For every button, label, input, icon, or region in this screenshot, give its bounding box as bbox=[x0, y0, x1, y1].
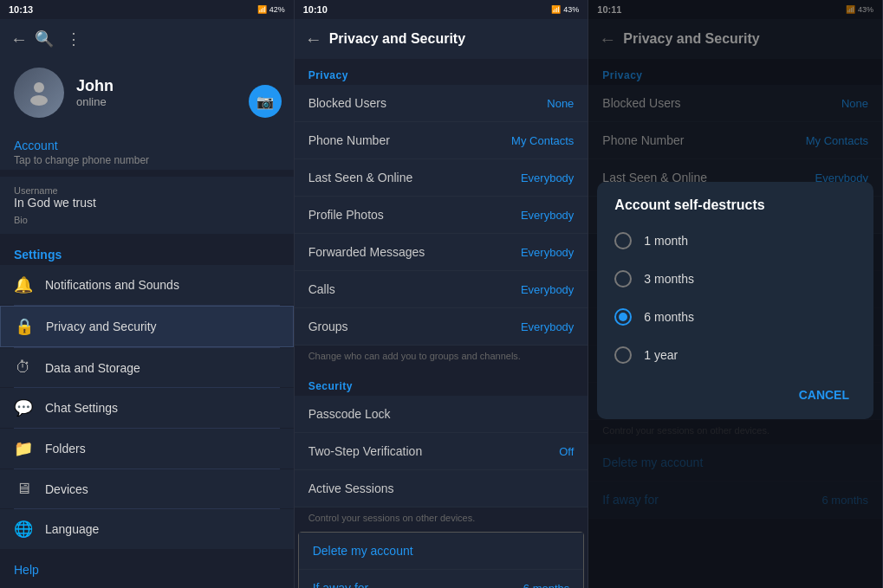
delete-account-label: Delete my account bbox=[313, 544, 413, 558]
delete-account-section: Delete my account If away for 6 months bbox=[298, 532, 585, 588]
signal-icon-1: 📶 bbox=[257, 5, 267, 14]
dialog-option-1year[interactable]: 1 year bbox=[597, 336, 873, 374]
account-self-destructs-dialog: Account self-destructs 1 month 3 months … bbox=[597, 182, 873, 419]
camera-button[interactable]: 📷 bbox=[249, 85, 282, 118]
radio-1month bbox=[614, 232, 632, 249]
sidebar-item-label-language: Language bbox=[45, 522, 99, 536]
dialog-option-label-1month: 1 month bbox=[644, 234, 688, 248]
avatar-image bbox=[14, 68, 64, 118]
avatar[interactable] bbox=[14, 68, 64, 118]
more-icon-1[interactable]: ⋮ bbox=[66, 29, 81, 48]
sidebar-item-label-privacy: Privacy and Security bbox=[46, 320, 157, 333]
battery-icon-1: 42% bbox=[269, 5, 285, 14]
panel-2: 10:10 📶 43% ← Privacy and Security Priva… bbox=[295, 0, 589, 588]
cancel-button[interactable]: CANCEL bbox=[789, 381, 860, 409]
two-step-value: Off bbox=[559, 445, 574, 458]
dialog-option-3months[interactable]: 3 months bbox=[597, 260, 873, 298]
row-two-step[interactable]: Two-Step Verification Off bbox=[295, 433, 588, 470]
profile-photos-value: Everybody bbox=[521, 209, 574, 222]
radio-1year bbox=[614, 346, 632, 364]
devices-icon: 🖥 bbox=[14, 480, 33, 498]
time-2: 10:10 bbox=[303, 4, 328, 15]
row-groups[interactable]: Groups Everybody bbox=[295, 308, 588, 346]
back-icon-1[interactable]: ← bbox=[10, 29, 28, 49]
row-blocked-users[interactable]: Blocked Users None bbox=[295, 85, 588, 122]
time-1: 10:13 bbox=[9, 4, 33, 15]
sidebar-item-chat[interactable]: 💬 Chat Settings bbox=[0, 388, 294, 428]
sidebar-item-label-devices: Devices bbox=[45, 482, 88, 496]
settings-scroll-2: Privacy Blocked Users None Phone Number … bbox=[295, 59, 588, 588]
panel-3: 10:11 📶 43% ← Privacy and Security Priva… bbox=[588, 0, 883, 588]
blocked-users-label: Blocked Users bbox=[308, 96, 386, 110]
user-info: John online bbox=[76, 77, 114, 108]
forwarded-label: Forwarded Messages bbox=[308, 245, 425, 259]
sidebar-item-privacy[interactable]: 🔒 Privacy and Security bbox=[0, 306, 294, 347]
top-bar-2: ← Privacy and Security bbox=[295, 19, 588, 59]
status-bar-2: 10:10 📶 43% bbox=[295, 0, 588, 19]
username-label: Username bbox=[14, 185, 280, 196]
signal-icon-2: 📶 bbox=[551, 5, 561, 14]
chat-icon: 💬 bbox=[14, 398, 33, 417]
last-seen-label: Last Seen & Online bbox=[308, 171, 413, 184]
account-label: Account bbox=[14, 139, 280, 152]
top-bar-1: ← 🔍 ⋮ bbox=[0, 19, 294, 59]
panel-1: 10:13 📶 42% ← 🔍 ⋮ John online 📷 bbox=[0, 0, 295, 588]
passcode-label: Passcode Lock bbox=[308, 407, 391, 421]
calls-value: Everybody bbox=[521, 283, 574, 296]
privacy-hint: Change who can add you to groups and cha… bbox=[295, 346, 588, 370]
sidebar-item-devices[interactable]: 🖥 Devices bbox=[0, 469, 294, 508]
data-icon: ⏱ bbox=[14, 359, 33, 377]
status-icons-1: 📶 42% bbox=[257, 5, 285, 14]
phone-number-label: Phone Number bbox=[308, 133, 390, 147]
lock-icon: 🔒 bbox=[15, 317, 34, 336]
username-value: In God we trust bbox=[14, 196, 280, 210]
help-section[interactable]: Help bbox=[0, 554, 294, 585]
row-calls[interactable]: Calls Everybody bbox=[295, 271, 588, 308]
row-passcode[interactable]: Passcode Lock bbox=[295, 396, 588, 433]
active-sessions-label: Active Sessions bbox=[308, 481, 394, 495]
blocked-users-value: None bbox=[547, 97, 574, 110]
status-icons-2: 📶 43% bbox=[551, 5, 579, 14]
last-seen-value: Everybody bbox=[521, 171, 574, 184]
delete-account-row[interactable]: Delete my account bbox=[299, 533, 584, 570]
sidebar-item-language[interactable]: 🌐 Language bbox=[0, 509, 294, 549]
row-phone-number[interactable]: Phone Number My Contacts bbox=[295, 122, 588, 159]
if-away-value: 6 months bbox=[523, 582, 569, 589]
security-section-label: Security bbox=[295, 370, 588, 396]
row-active-sessions[interactable]: Active Sessions bbox=[295, 470, 588, 507]
dialog-option-label-1year: 1 year bbox=[644, 348, 678, 362]
radio-6months bbox=[614, 308, 632, 326]
sidebar-item-notifications[interactable]: 🔔 Notifications and Sounds bbox=[0, 265, 294, 305]
sidebar-item-data[interactable]: ⏱ Data and Storage bbox=[0, 348, 294, 387]
dialog-option-label-6months: 6 months bbox=[644, 310, 694, 324]
forwarded-value: Everybody bbox=[521, 246, 574, 259]
battery-icon-2: 43% bbox=[563, 5, 579, 14]
dialog-actions: CANCEL bbox=[597, 374, 873, 419]
calls-label: Calls bbox=[308, 282, 335, 296]
dialog-option-1month[interactable]: 1 month bbox=[597, 222, 873, 260]
if-away-label: If away for bbox=[313, 581, 369, 588]
status-bar-1: 10:13 📶 42% bbox=[0, 0, 294, 19]
page-title-2: Privacy and Security bbox=[329, 31, 578, 47]
search-icon-1[interactable]: 🔍 bbox=[35, 29, 54, 48]
back-icon-2[interactable]: ← bbox=[305, 29, 322, 49]
user-status: online bbox=[76, 95, 114, 108]
if-away-row[interactable]: If away for 6 months bbox=[299, 570, 584, 588]
account-section: Account Tap to change phone number bbox=[0, 130, 294, 170]
security-hint: Control your sessions on other devices. bbox=[295, 507, 588, 532]
row-forwarded[interactable]: Forwarded Messages Everybody bbox=[295, 234, 588, 271]
folder-icon: 📁 bbox=[14, 439, 33, 458]
dialog-option-6months[interactable]: 6 months bbox=[597, 298, 873, 336]
row-profile-photos[interactable]: Profile Photos Everybody bbox=[295, 197, 588, 234]
sidebar-item-folders[interactable]: 📁 Folders bbox=[0, 429, 294, 468]
row-last-seen[interactable]: Last Seen & Online Everybody bbox=[295, 159, 588, 197]
radio-3months bbox=[614, 270, 632, 288]
action-icons-1: 🔍 ⋮ bbox=[35, 29, 81, 48]
user-name: John bbox=[76, 77, 114, 95]
bio-section: Username In God we trust Bio bbox=[0, 177, 294, 234]
dialog-option-label-3months: 3 months bbox=[644, 272, 694, 286]
privacy-section-label: Privacy bbox=[295, 59, 588, 85]
phone-number-value: My Contacts bbox=[511, 134, 574, 147]
profile-photos-label: Profile Photos bbox=[308, 208, 384, 222]
bio-label: Bio bbox=[14, 215, 280, 225]
